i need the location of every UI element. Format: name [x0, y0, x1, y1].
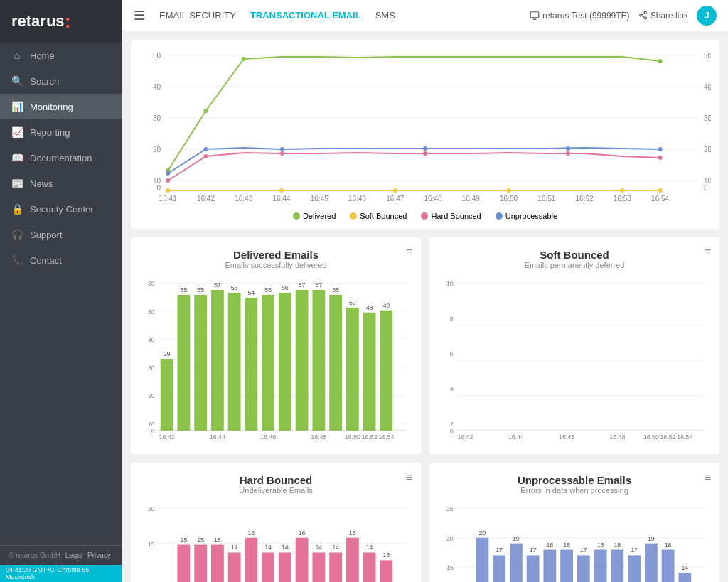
svg-text:16:41: 16:41: [159, 195, 178, 203]
svg-text:16:52: 16:52: [576, 195, 594, 203]
svg-text:14: 14: [332, 544, 339, 551]
svg-text:57: 57: [315, 281, 322, 289]
svg-text:16:48: 16:48: [424, 195, 442, 203]
svg-text:16:44: 16:44: [272, 195, 291, 203]
svg-text:20: 20: [148, 505, 155, 512]
svg-rect-198: [577, 555, 590, 582]
soft-bounced-chart-card: ≡ Soft Bounced Emails permanently deferr…: [429, 237, 719, 454]
svg-rect-192: [527, 555, 540, 582]
nav-icon-home: ⌂: [11, 50, 23, 61]
svg-text:55: 55: [332, 286, 339, 293]
svg-rect-88: [279, 293, 291, 431]
nav-icon-reporting: 📈: [11, 126, 23, 138]
svg-text:16:47: 16:47: [386, 195, 405, 203]
svg-rect-92: [312, 290, 325, 431]
svg-rect-202: [611, 550, 623, 582]
svg-text:48: 48: [366, 304, 373, 311]
svg-text:19: 19: [513, 535, 520, 542]
svg-text:13: 13: [382, 551, 390, 559]
svg-text:20: 20: [148, 392, 155, 399]
soft-bounced-chart-menu-icon[interactable]: ≡: [705, 246, 711, 259]
svg-text:16:45: 16:45: [311, 195, 329, 203]
svg-point-30: [393, 188, 397, 193]
nav-label: Security Center: [30, 204, 94, 215]
svg-text:16:44: 16:44: [210, 433, 225, 440]
svg-rect-196: [560, 550, 573, 582]
soft-bounced-bars-svg: 10 8 6 4 2 0 16:42 16:44 16:46 16: [441, 276, 708, 440]
svg-point-2: [644, 11, 646, 14]
share-link[interactable]: Share link: [638, 11, 688, 21]
unprocessable-chart-title: Unprocessable Emails: [441, 474, 708, 486]
sidebar-item-home[interactable]: ⌂Home: [0, 43, 122, 68]
svg-text:16:50: 16:50: [643, 433, 659, 440]
unprocessable-chart-menu-icon[interactable]: ≡: [705, 471, 711, 484]
svg-text:15: 15: [446, 564, 454, 571]
svg-point-34: [166, 178, 170, 183]
svg-point-36: [280, 151, 284, 156]
svg-rect-145: [228, 552, 241, 582]
unprocessable-chart-subtitle: Errors in data when processing: [441, 486, 708, 495]
topbar-nav-transactional-email[interactable]: TRANSACTIONAL EMAIL: [250, 10, 361, 21]
svg-text:16:51: 16:51: [537, 195, 556, 203]
legend-unprocessable: Unprocessable: [496, 212, 557, 220]
svg-point-37: [423, 151, 427, 156]
svg-text:29: 29: [164, 350, 171, 357]
sidebar-item-security-center[interactable]: 🔒Security Center: [0, 196, 122, 222]
hard-bounced-chart-menu-icon[interactable]: ≡: [406, 471, 412, 484]
svg-text:55: 55: [264, 286, 272, 293]
status-bar: 04:41:20 GMT+0, Chrome 86, Macintosh: [0, 565, 122, 582]
svg-rect-153: [296, 538, 309, 582]
svg-text:16:52: 16:52: [660, 433, 675, 440]
svg-rect-86: [262, 295, 274, 431]
svg-text:15: 15: [197, 537, 204, 544]
topbar-nav: EMAIL SECURITYTRANSACTIONAL EMAILSMS: [159, 10, 395, 21]
svg-rect-90: [296, 290, 309, 431]
svg-text:17: 17: [530, 546, 537, 554]
svg-text:20: 20: [478, 529, 486, 537]
sidebar-item-reporting[interactable]: 📈Reporting: [0, 119, 122, 145]
nav-label: Reporting: [30, 127, 70, 138]
svg-text:56: 56: [282, 284, 289, 291]
sidebar-item-contact[interactable]: 📞Contact: [0, 247, 122, 273]
svg-text:55: 55: [180, 286, 187, 293]
legal-link[interactable]: Legal: [65, 551, 82, 559]
svg-text:8: 8: [450, 316, 454, 323]
charts-grid: ≡ Delivered Emails Emails successfully d…: [131, 237, 719, 582]
menu-icon[interactable]: ☰: [134, 8, 145, 23]
svg-text:54: 54: [247, 289, 255, 296]
svg-text:0: 0: [450, 428, 454, 435]
svg-rect-155: [312, 552, 325, 582]
svg-rect-98: [363, 313, 376, 431]
delivered-chart-menu-icon[interactable]: ≡: [406, 246, 412, 259]
svg-text:20: 20: [153, 146, 161, 153]
sidebar-item-news[interactable]: 📰News: [0, 171, 122, 196]
topbar-nav-email-security[interactable]: EMAIL SECURITY: [159, 10, 236, 21]
sidebar-item-search[interactable]: 🔍Search: [0, 68, 122, 94]
nav-icon-contact: 📞: [11, 254, 23, 266]
sidebar-item-monitoring[interactable]: 📊Monitoring: [0, 94, 122, 119]
svg-line-6: [641, 14, 644, 15]
svg-rect-194: [543, 550, 556, 582]
svg-text:16:49: 16:49: [462, 195, 481, 203]
topbar-nav-sms[interactable]: SMS: [375, 10, 395, 21]
soft-bounced-chart-title: Soft Bounced: [441, 249, 708, 261]
nav-icon-search: 🔍: [11, 75, 23, 87]
logo: retarus:: [0, 0, 122, 43]
svg-point-43: [423, 146, 427, 151]
sidebar-footer: © retarus GmbH Legal Privacy: [0, 545, 122, 565]
sidebar-item-documentation[interactable]: 📖Documentation: [0, 145, 122, 171]
sidebar-item-support[interactable]: 🎧Support: [0, 222, 122, 247]
svg-text:16:43: 16:43: [235, 195, 253, 203]
privacy-link[interactable]: Privacy: [87, 551, 111, 559]
top-chart-legend: Delivered Soft Bounced Hard Bounced Unpr…: [139, 212, 711, 220]
legend-delivered: Delivered: [293, 212, 336, 220]
legend-hard-bounced: Hard Bounced: [421, 212, 481, 220]
svg-text:16: 16: [247, 529, 255, 537]
svg-point-32: [620, 188, 624, 193]
svg-rect-139: [177, 545, 190, 582]
svg-rect-204: [628, 555, 641, 582]
svg-point-29: [279, 188, 284, 193]
svg-text:14: 14: [315, 544, 322, 551]
svg-point-41: [203, 147, 208, 151]
hard-bounced-chart-card: ≡ Hard Bounced Undeliverable Emails 20 1…: [131, 463, 421, 582]
